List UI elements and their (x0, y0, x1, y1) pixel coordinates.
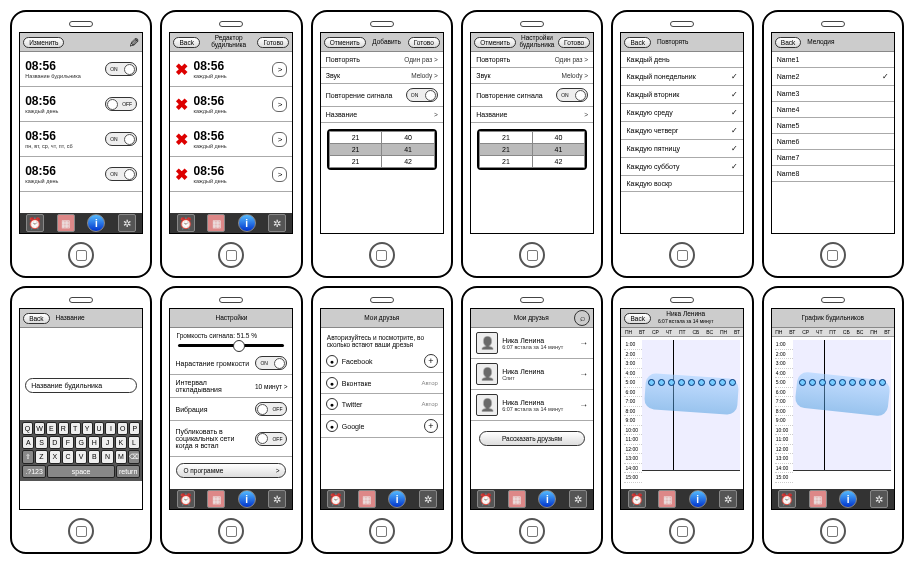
tab-alarms-icon[interactable] (327, 490, 345, 508)
add-icon[interactable]: + (424, 419, 438, 433)
home-button[interactable] (218, 242, 244, 268)
key[interactable]: C (62, 450, 74, 464)
key[interactable]: ⇧ (22, 450, 34, 464)
setting-row[interactable]: Нарастание громкости (170, 352, 292, 375)
done-button[interactable]: Готово (408, 37, 440, 48)
home-button[interactable] (820, 242, 846, 268)
key[interactable]: E (46, 422, 57, 435)
delete-icon[interactable]: ✖ (175, 95, 188, 114)
tab-calendar-icon[interactable] (207, 214, 225, 232)
home-button[interactable] (68, 242, 94, 268)
key[interactable]: B (88, 450, 100, 464)
home-button[interactable] (369, 242, 395, 268)
setting-row[interactable]: Название> (471, 107, 593, 123)
home-button[interactable] (519, 518, 545, 544)
alarm-row[interactable]: 08:56каждый день (20, 157, 142, 192)
tab-settings-icon[interactable] (569, 490, 587, 508)
tab-settings-icon[interactable] (118, 214, 136, 232)
home-button[interactable] (820, 518, 846, 544)
time-picker[interactable]: 214021412142 (477, 129, 587, 170)
alarm-edit-row[interactable]: ✖08:56каждый день> (170, 52, 292, 87)
key[interactable]: G (75, 436, 87, 449)
return-key[interactable]: return (116, 465, 140, 478)
volume-slider[interactable] (178, 344, 284, 347)
home-button[interactable] (669, 518, 695, 544)
alarm-edit-row[interactable]: ✖08:56каждый день> (170, 157, 292, 192)
setting-row[interactable]: Повторение сигнала (471, 84, 593, 107)
tab-calendar-icon[interactable] (358, 490, 376, 508)
tab-alarms-icon[interactable] (778, 490, 796, 508)
tab-settings-icon[interactable] (268, 490, 286, 508)
space-key[interactable]: space (47, 465, 115, 478)
about-button[interactable]: О программе > (176, 463, 286, 478)
tab-settings-icon[interactable] (419, 490, 437, 508)
alarm-name-input[interactable]: Название будильника (25, 378, 137, 393)
tab-alarms-icon[interactable] (628, 490, 646, 508)
list-item[interactable]: Каждую четверг (621, 122, 743, 140)
tab-settings-icon[interactable] (268, 214, 286, 232)
alarm-toggle[interactable] (105, 62, 137, 76)
list-item[interactable]: Каждую субботу (621, 158, 743, 176)
tab-info-icon[interactable] (689, 490, 707, 508)
tab-info-icon[interactable] (238, 214, 256, 232)
setting-row[interactable]: ЗвукMelody > (471, 68, 593, 84)
tab-calendar-icon[interactable] (207, 490, 225, 508)
key[interactable]: O (117, 422, 128, 435)
setting-row[interactable]: ПовторятьОдин раз > (471, 52, 593, 68)
provider-row[interactable]: ●TwitterАвтор (321, 394, 443, 415)
alarm-toggle[interactable] (105, 97, 137, 111)
done-button[interactable]: Готово (257, 37, 289, 48)
add-icon[interactable]: + (424, 354, 438, 368)
key[interactable]: F (62, 436, 74, 449)
list-item[interactable]: Name4 (772, 102, 894, 118)
key[interactable]: A (22, 436, 34, 449)
chevron-icon[interactable]: > (272, 62, 287, 77)
time-picker[interactable]: 214021412142 (327, 129, 437, 170)
done-button[interactable]: Готово (558, 37, 590, 48)
setting-row[interactable]: ПовторятьОдин раз > (321, 52, 443, 68)
list-item[interactable]: Каждую воскр (621, 176, 743, 192)
back-button[interactable]: Back (775, 37, 801, 48)
list-item[interactable]: Name6 (772, 134, 894, 150)
provider-row[interactable]: ●Google+ (321, 415, 443, 438)
setting-row[interactable]: Повторение сигнала (321, 84, 443, 107)
list-item[interactable]: Name1 (772, 52, 894, 68)
provider-row[interactable]: ●ВконтакеАвтор (321, 373, 443, 394)
mode-key[interactable]: .?123 (22, 465, 46, 478)
key[interactable]: N (101, 450, 113, 464)
tab-settings-icon[interactable] (870, 490, 888, 508)
compose-icon[interactable] (128, 35, 139, 50)
key[interactable]: ⌫ (128, 450, 140, 464)
provider-row[interactable]: ●Facebook+ (321, 350, 443, 373)
home-button[interactable] (68, 518, 94, 544)
back-button[interactable]: Back (624, 37, 650, 48)
setting-row[interactable]: ЗвукMelody > (321, 68, 443, 84)
tell-friends-button[interactable]: Рассказать друзьям (479, 431, 585, 446)
cancel-button[interactable]: Отменить (324, 37, 366, 48)
setting-row[interactable]: Название> (321, 107, 443, 123)
key[interactable]: Q (22, 422, 33, 435)
tab-info-icon[interactable] (839, 490, 857, 508)
delete-icon[interactable]: ✖ (175, 130, 188, 149)
chevron-icon[interactable]: > (272, 97, 287, 112)
list-item[interactable]: Каждую пятницу (621, 140, 743, 158)
list-item[interactable]: Каждый день (621, 52, 743, 68)
key[interactable]: M (115, 450, 127, 464)
toggle[interactable] (255, 402, 287, 416)
home-button[interactable] (218, 518, 244, 544)
list-item[interactable]: Name2 (772, 68, 894, 86)
back-button[interactable]: Back (23, 313, 49, 324)
list-item[interactable]: Каждую среду (621, 104, 743, 122)
tab-settings-icon[interactable] (719, 490, 737, 508)
back-button[interactable]: Back (173, 37, 199, 48)
key[interactable]: I (105, 422, 116, 435)
home-button[interactable] (669, 242, 695, 268)
delete-icon[interactable]: ✖ (175, 165, 188, 184)
alarm-toggle[interactable] (105, 132, 137, 146)
tab-calendar-icon[interactable] (57, 214, 75, 232)
key[interactable]: U (94, 422, 105, 435)
toggle[interactable] (255, 356, 287, 370)
chevron-icon[interactable]: > (272, 132, 287, 147)
key[interactable]: W (34, 422, 45, 435)
setting-row[interactable]: Вибрация (170, 398, 292, 421)
